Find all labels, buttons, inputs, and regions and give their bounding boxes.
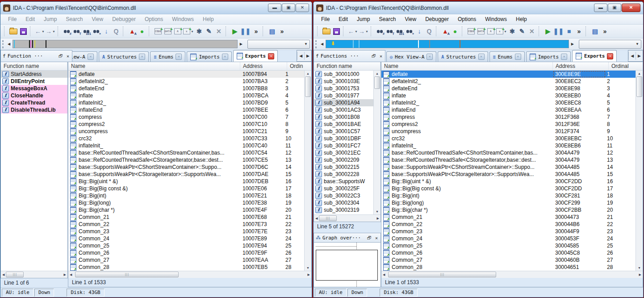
search-text-icon[interactable]: T	[385, 27, 394, 36]
export-row[interactable]: Common_2310007E7E23	[68, 228, 304, 235]
exports-vscrollbar[interactable]: ▲▼	[304, 71, 311, 271]
analysis-indicator-icon[interactable]: ●	[138, 27, 146, 36]
function-list-item[interactable]: fsub_30002319	[314, 206, 373, 214]
restore-panel-icon[interactable]: 🗗	[371, 54, 377, 59]
export-row[interactable]: base::SupportsWeakPtr<CShortStreamContai…	[381, 164, 636, 171]
restore-panel-icon[interactable]: 🗗	[58, 54, 64, 59]
export-row[interactable]: base::SupportsWeakPtr<CStorageIterator>:…	[381, 171, 636, 178]
search-binary-icon[interactable]: #	[376, 27, 385, 36]
tab-enums[interactable]: ≡Enums✕	[150, 51, 185, 62]
tab-structures[interactable]: AStructures✕	[99, 51, 149, 62]
maximize-button[interactable]: ▣	[282, 4, 295, 12]
function-list-item[interactable]: fsub_30001977	[314, 92, 373, 99]
nav-right-arrow-icon[interactable]: ▶	[239, 42, 243, 46]
exports-col-name[interactable]: Name	[68, 62, 240, 70]
function-list-item[interactable]: fsub_30001C57	[314, 128, 373, 135]
export-row[interactable]: deflate300E8E9E1	[381, 71, 636, 78]
function-list-item[interactable]: fbase::SupportsW	[314, 178, 373, 185]
export-row[interactable]: Common_283000465128	[381, 264, 636, 271]
edit-icon[interactable]: ✎	[205, 27, 213, 36]
toolbar-overflow-icon[interactable]: »	[251, 27, 260, 36]
function-list-item[interactable]: fsub_3000225F	[314, 185, 373, 192]
export-row[interactable]: Big::Big(int)10007E2118	[68, 192, 304, 199]
export-row[interactable]: Common_23300044F923	[381, 228, 636, 235]
menu-file[interactable]: File	[317, 15, 334, 23]
menu-options[interactable]: Options	[141, 15, 167, 23]
navigation-band[interactable]	[13, 40, 238, 48]
menu-edit[interactable]: Edit	[335, 15, 352, 23]
exports-col-name[interactable]: Name	[381, 62, 553, 70]
export-row[interactable]: Common_2610007E9F26	[68, 249, 304, 256]
export-row[interactable]: Common_26300045C826	[381, 249, 636, 256]
export-row[interactable]: Big::Big(int)300CF28118	[381, 192, 636, 199]
function-list-item[interactable]: fDisableThreadLib	[1, 106, 67, 113]
menu-file[interactable]: File	[4, 15, 21, 23]
search-binary-icon[interactable]: #	[63, 27, 71, 36]
function-list-item[interactable]: fStartAddress	[1, 71, 67, 78]
close-panel-icon[interactable]: ✕	[66, 54, 70, 59]
tab-scroll-left-icon[interactable]: ◀	[628, 52, 636, 60]
function-list-item[interactable]: fsub_30002215	[314, 164, 373, 171]
export-row[interactable]: Common_213000447321	[381, 214, 636, 221]
export-row[interactable]: crc3210007C3310	[68, 135, 304, 142]
export-row[interactable]: Common_2510007E9425	[68, 242, 304, 249]
maximize-button[interactable]: ▣	[608, 4, 621, 12]
navigation-band[interactable]: ⬇	[326, 40, 569, 48]
forward-icon[interactable]: →▼	[359, 27, 368, 36]
menu-edit[interactable]: Edit	[21, 15, 39, 23]
export-row[interactable]: inflateInit2_10007BD95	[68, 99, 304, 106]
function-list-item[interactable]: fsub_3000103E	[314, 78, 373, 85]
exports-hscrollbar[interactable]: ◀|||▶	[68, 271, 311, 278]
close-panel-icon[interactable]: ✕	[374, 235, 379, 240]
functions-hscrollbar[interactable]: ◀|||▶	[1, 271, 67, 278]
export-row[interactable]: base::RefCountedThreadSafe<CShortStreamC…	[68, 149, 304, 156]
export-row[interactable]: inflateEnd10007BEE6	[68, 106, 304, 113]
nav-right-arrow-icon[interactable]: ▶	[570, 42, 575, 46]
export-row[interactable]: Big::Big(uint * &)300CF2DD16	[381, 178, 636, 185]
export-row[interactable]: inflateInit_10007C4011	[68, 142, 304, 149]
export-row[interactable]: Common_2210007E7322	[68, 221, 304, 228]
debug-stop-icon[interactable]: ■	[565, 27, 573, 36]
add-code-icon[interactable]: CODE	[467, 27, 476, 36]
tab-close-icon[interactable]: ✕	[478, 54, 485, 60]
function-list-item[interactable]: fsub_30001753	[314, 85, 373, 92]
back-icon[interactable]: ←▼	[348, 27, 358, 36]
export-row[interactable]: inflate300E8EB04	[381, 92, 636, 99]
nav-left-arrow-icon[interactable]: ◀	[7, 42, 11, 46]
tab-close-icon[interactable]: ✕	[222, 54, 228, 60]
graph-overview-canvas[interactable]	[314, 243, 381, 287]
add-xref-icon[interactable]: ✱	[508, 27, 517, 36]
jump-down-icon[interactable]: ↓	[102, 27, 111, 36]
functions-vscrollbar[interactable]: ▲▼	[373, 71, 381, 214]
menu-search[interactable]: Search	[62, 15, 87, 23]
exports-col-ordinal[interactable]: Ordinal	[609, 62, 643, 70]
export-row[interactable]: base::RefCountedThreadSafe<CStorageItera…	[68, 156, 304, 164]
menu-windows[interactable]: Windows	[168, 15, 198, 23]
functions-column-header[interactable]: Function name	[314, 62, 381, 70]
add-string-icon[interactable]: s▼	[496, 27, 507, 36]
search-again-icon[interactable]: Q	[112, 27, 121, 36]
menu-debugger[interactable]: Debugger	[108, 15, 140, 23]
tab-structures[interactable]: AStructures✕	[438, 51, 488, 62]
tab-close-icon[interactable]: ✕	[515, 54, 521, 60]
add-code-icon[interactable]: CODE	[154, 27, 163, 36]
save-icon[interactable]	[332, 27, 341, 36]
export-row[interactable]: Big::Big(long)10007E3819	[68, 199, 304, 206]
export-row[interactable]: crc32300E8EBC10	[381, 135, 636, 142]
export-row[interactable]: deflate10007B941	[68, 71, 304, 78]
export-row[interactable]: Big::Big(Big const &)10007E0617	[68, 185, 304, 192]
add-name-icon[interactable]: A	[173, 27, 182, 36]
menu-view[interactable]: View	[88, 15, 107, 23]
functions-panel-header[interactable]: f Function ··· 🗗 ✕	[0, 50, 72, 62]
windows-list-icon[interactable]: ▤	[590, 27, 599, 36]
function-list-item[interactable]: fDllEntryPoint	[1, 78, 67, 85]
function-list-item[interactable]: fsub_30002209	[314, 156, 373, 164]
debug-pause-icon[interactable]: ❚❚	[240, 27, 251, 36]
function-list-item[interactable]: fCreateThread	[1, 99, 67, 106]
tab-imports[interactable]: Imports✕	[526, 51, 571, 62]
add-string-icon[interactable]: s▼	[183, 27, 194, 36]
search-value-icon[interactable]: 101	[82, 27, 91, 36]
add-data-icon[interactable]: DATA	[477, 27, 485, 36]
function-list-item[interactable]: fMessageBoxA	[1, 85, 67, 92]
toolbar-overflow2-icon[interactable]: »	[600, 27, 609, 36]
